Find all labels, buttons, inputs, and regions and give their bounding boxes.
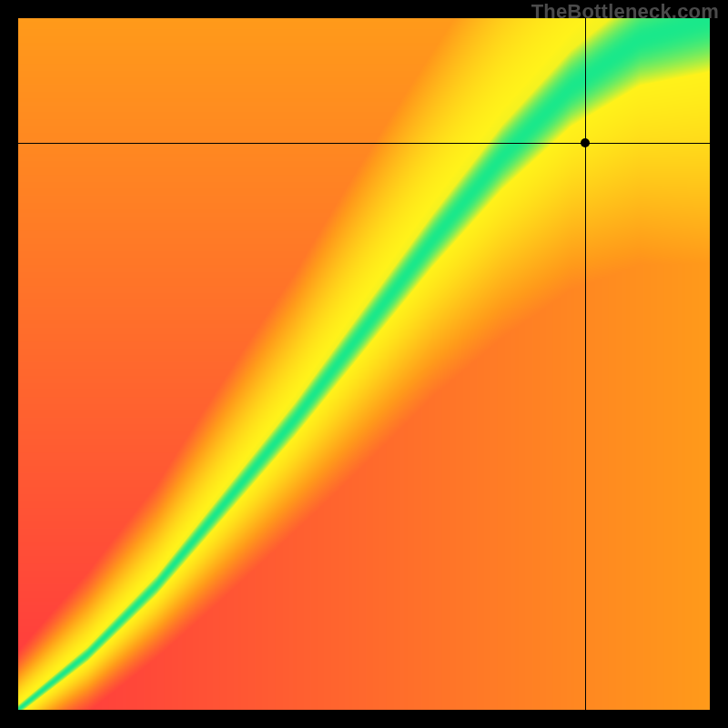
selected-point-marker [581,138,590,147]
chart-stage: TheBottleneck.com [0,0,728,728]
bottleneck-heatmap [18,18,710,710]
crosshair-vertical [585,18,586,710]
watermark-source: TheBottleneck.com [531,0,719,24]
crosshair-horizontal [18,143,710,144]
